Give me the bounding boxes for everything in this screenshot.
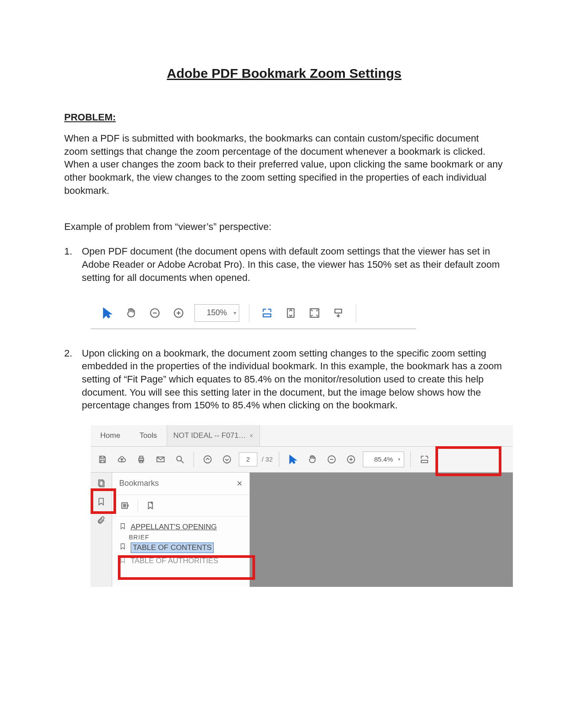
main-toolbar: 2 / 32 85.4% ▾ xyxy=(91,447,513,473)
bookmark-icon xyxy=(119,523,126,532)
zoom-level-field[interactable]: 150% ▾ xyxy=(194,304,239,322)
hand-pan-icon[interactable] xyxy=(305,452,320,467)
panel-toolbar xyxy=(112,495,249,517)
svg-point-12 xyxy=(177,456,182,461)
step-2-number: 2. xyxy=(64,347,74,412)
svg-point-14 xyxy=(204,456,212,463)
new-bookmark-icon[interactable] xyxy=(144,499,157,512)
fit-width-icon[interactable] xyxy=(259,305,275,321)
step-1-text: Open PDF document (the document opens wi… xyxy=(82,245,504,284)
bookmark-icon xyxy=(119,557,126,566)
zoom-level-field[interactable]: 85.4% ▾ xyxy=(363,451,404,467)
bookmark-item[interactable]: APPELLANT'S OPENING xyxy=(117,521,244,534)
zoom-in-icon[interactable] xyxy=(344,452,358,467)
step-1-number: 1. xyxy=(64,245,74,284)
svg-point-15 xyxy=(223,456,231,463)
toolbar-separator xyxy=(194,451,194,467)
tab-home[interactable]: Home xyxy=(91,425,130,446)
chevron-down-icon: ▾ xyxy=(398,457,400,462)
page-total-label: / 32 xyxy=(262,455,273,463)
bookmark-label: TABLE OF CONTENTS xyxy=(131,542,214,553)
selection-arrow-icon[interactable] xyxy=(285,452,300,467)
app-tab-strip: Home Tools NOT IDEAL -- F071… × xyxy=(91,425,513,447)
attachments-icon[interactable] xyxy=(95,514,107,526)
document-tab-label: NOT IDEAL -- F071… xyxy=(173,431,246,440)
page-up-icon[interactable] xyxy=(200,452,215,467)
zoom-in-icon[interactable] xyxy=(171,305,186,321)
step-2-text: Upon clicking on a bookmark, the documen… xyxy=(82,347,504,412)
fullscreen-icon[interactable] xyxy=(307,305,322,321)
bookmark-item-selected[interactable]: TABLE OF CONTENTS xyxy=(117,541,244,555)
print-icon[interactable] xyxy=(134,452,149,467)
bookmark-label: TABLE OF AUTHORITIES xyxy=(131,557,218,565)
svg-rect-10 xyxy=(139,460,143,463)
chevron-down-icon: ▾ xyxy=(234,310,236,316)
tab-tools[interactable]: Tools xyxy=(130,425,167,446)
bookmark-list: APPELLANT'S OPENING BRIEF TABLE OF CONTE… xyxy=(112,517,249,572)
screenshot-acrobat-ui: Home Tools NOT IDEAL -- F071… × 2 / 32 xyxy=(91,425,513,587)
toolbar-separator xyxy=(279,451,279,467)
bookmark-label: APPELLANT'S OPENING xyxy=(131,523,217,531)
step-2: 2. Upon clicking on a bookmark, the docu… xyxy=(64,347,504,412)
save-icon[interactable] xyxy=(95,452,110,467)
close-tab-icon[interactable]: × xyxy=(249,432,253,439)
hand-pan-icon[interactable] xyxy=(123,305,139,321)
fit-width-icon[interactable] xyxy=(417,452,432,467)
svg-rect-9 xyxy=(139,456,143,459)
read-mode-icon[interactable] xyxy=(330,305,346,321)
fit-page-icon[interactable] xyxy=(283,305,299,321)
page-thumbnails-icon[interactable] xyxy=(95,477,107,489)
selection-arrow-icon[interactable] xyxy=(99,305,115,321)
zoom-out-icon[interactable] xyxy=(147,305,163,321)
panel-separator xyxy=(138,499,138,512)
close-icon[interactable]: × xyxy=(237,478,242,489)
screenshot-toolbar-1: 150% ▾ xyxy=(91,298,416,329)
bookmark-item[interactable]: TABLE OF AUTHORITIES xyxy=(117,555,244,568)
svg-line-13 xyxy=(181,461,184,463)
document-canvas[interactable] xyxy=(250,473,513,587)
toolbar-separator xyxy=(410,451,411,467)
page-down-icon[interactable] xyxy=(219,452,234,467)
bookmarks-panel: Bookmarks × APPELLANT'S OPENING BRIEF xyxy=(112,473,250,587)
page-number-field[interactable]: 2 xyxy=(239,452,257,466)
bookmark-icon xyxy=(119,543,126,552)
panel-title: Bookmarks xyxy=(119,479,159,488)
search-icon[interactable] xyxy=(172,452,187,467)
problem-heading: PROBLEM: xyxy=(64,112,504,123)
zoom-level-value: 150% xyxy=(207,308,227,317)
step-1: 1. Open PDF document (the document opens… xyxy=(64,245,504,284)
example-intro: Example of problem from “viewer’s” persp… xyxy=(64,221,504,233)
zoom-level-value: 85.4% xyxy=(374,455,393,463)
panel-header: Bookmarks × xyxy=(112,473,249,495)
panel-options-icon[interactable] xyxy=(119,499,132,512)
document-page: Adobe PDF Bookmark Zoom Settings PROBLEM… xyxy=(64,66,504,587)
bookmark-label-cont: BRIEF xyxy=(117,534,244,541)
cloud-upload-icon[interactable] xyxy=(114,452,129,467)
email-icon[interactable] xyxy=(153,452,168,467)
bookmark-panel-icon[interactable] xyxy=(95,495,107,508)
problem-paragraph: When a PDF is submitted with bookmarks, … xyxy=(64,132,504,197)
app-body: Bookmarks × APPELLANT'S OPENING BRIEF xyxy=(91,473,513,587)
zoom-out-icon[interactable] xyxy=(324,452,339,467)
document-tab[interactable]: NOT IDEAL -- F071… × xyxy=(167,425,260,446)
page-title: Adobe PDF Bookmark Zoom Settings xyxy=(64,66,504,81)
toolbar-separator xyxy=(356,304,356,322)
left-nav-rail xyxy=(91,473,112,587)
toolbar-separator xyxy=(249,304,249,322)
svg-rect-7 xyxy=(335,309,341,313)
